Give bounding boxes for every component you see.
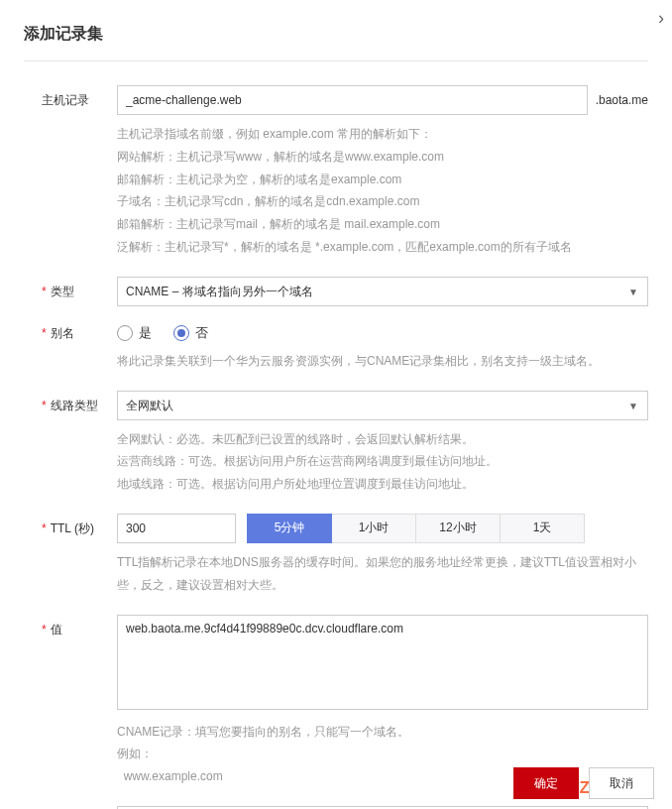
ttl-preset-group: 5分钟 1小时 12小时 1天 xyxy=(248,514,585,543)
radio-icon xyxy=(173,325,189,341)
label-alias: 别名 xyxy=(42,318,117,342)
ttl-btn-1h[interactable]: 1小时 xyxy=(331,514,416,543)
label-line: 线路类型 xyxy=(42,391,117,420)
row-ttl: TTL (秒) 5分钟 1小时 12小时 1天 xyxy=(42,514,648,543)
row-line: 线路类型 全网默认 xyxy=(42,391,648,420)
row-host: 主机记录 .baota.me xyxy=(42,85,648,115)
label-host: 主机记录 xyxy=(42,85,117,115)
cancel-button[interactable]: 取消 xyxy=(589,767,654,799)
alias-radio-group: 是 否 xyxy=(117,318,648,342)
ok-button[interactable]: 确定 xyxy=(513,767,579,799)
ttl-btn-12h[interactable]: 12小时 xyxy=(415,514,501,543)
dialog-footer: 确定 取消 xyxy=(513,767,654,799)
value-textarea[interactable]: web.baota.me.9cf4d41f99889e0c.dcv.cloudf… xyxy=(117,615,648,710)
ttl-input[interactable] xyxy=(117,514,236,543)
alias-hint: 将此记录集关联到一个华为云服务资源实例，与CNAME记录集相比，别名支持一级主域… xyxy=(42,350,648,373)
type-select[interactable]: CNAME – 将域名指向另外一个域名 xyxy=(117,277,648,306)
row-type: 类型 CNAME – 将域名指向另外一个域名 xyxy=(42,277,648,306)
row-alias: 别名 是 否 xyxy=(42,318,648,342)
host-suffix: .baota.me xyxy=(596,93,648,107)
label-type: 类型 xyxy=(42,277,117,306)
label-ttl: TTL (秒) xyxy=(42,514,117,543)
row-value: 值 web.baota.me.9cf4d41f99889e0c.dcv.clou… xyxy=(42,615,648,713)
line-hint: 全网默认：必选。未匹配到已设置的线路时，会返回默认解析结果。 运营商线路：可选。… xyxy=(42,428,648,496)
dns-record-dialog: 添加记录集 主机记录 .baota.me 主机记录指域名前缀，例如 exampl… xyxy=(0,0,672,809)
host-hint: 主机记录指域名前缀，例如 example.com 常用的解析如下： 网站解析：主… xyxy=(42,123,648,259)
close-icon[interactable]: › xyxy=(658,8,664,29)
alias-yes-radio[interactable]: 是 xyxy=(117,324,152,342)
line-select[interactable]: 全网默认 xyxy=(117,391,648,420)
label-value: 值 xyxy=(42,615,117,713)
ttl-btn-5min[interactable]: 5分钟 xyxy=(247,514,332,543)
alias-no-radio[interactable]: 否 xyxy=(173,324,208,342)
host-input[interactable] xyxy=(117,85,588,115)
ttl-hint: TTL指解析记录在本地DNS服务器的缓存时间。如果您的服务地址经常更换，建议TT… xyxy=(42,551,648,597)
radio-icon xyxy=(117,325,133,341)
ttl-btn-1d[interactable]: 1天 xyxy=(500,514,585,543)
dialog-title: 添加记录集 xyxy=(24,12,648,61)
